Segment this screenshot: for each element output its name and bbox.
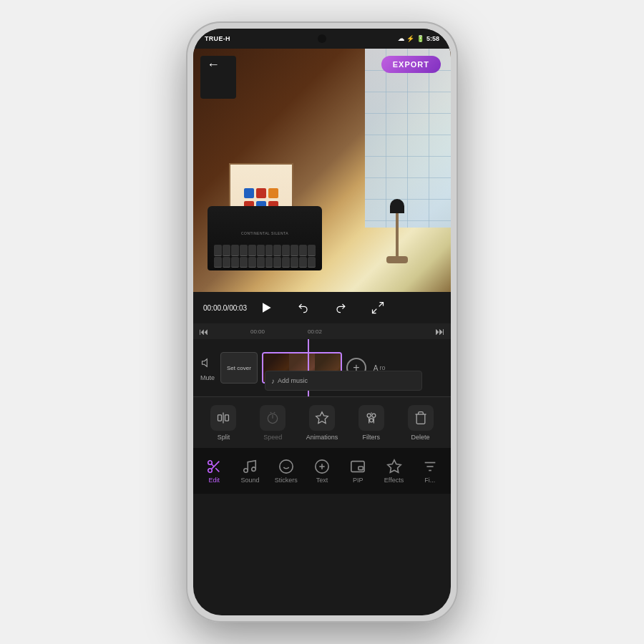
- split-icon-wrap: [210, 405, 236, 431]
- typewriter: CONTINENTAL SILENTA: [208, 206, 322, 270]
- nav-label-sound: Sound: [240, 477, 259, 484]
- filters-tool[interactable]: Filters: [351, 405, 391, 441]
- battery-icon: 🔋: [416, 35, 424, 42]
- pip-icon: [350, 459, 366, 474]
- delete-icon-wrap: [408, 405, 434, 431]
- svg-rect-32: [358, 467, 363, 470]
- animations-icon-wrap: [309, 405, 335, 431]
- timeline-ruler: ⏮ 00:00 00:02 ⏭: [193, 323, 451, 339]
- svg-marker-11: [316, 411, 328, 423]
- svg-point-23: [244, 468, 248, 472]
- svg-marker-3: [203, 359, 208, 367]
- bottom-nav: Edit Sound Stickers: [193, 448, 451, 494]
- mute-label: Mute: [200, 374, 215, 381]
- nav-label-filters2: Fi...: [424, 477, 435, 484]
- filters-icon-wrap: [358, 405, 384, 431]
- nav-label-edit: Edit: [208, 477, 220, 484]
- nav-item-sound[interactable]: Sound: [232, 459, 268, 484]
- play-button[interactable]: [256, 298, 276, 318]
- sticker-icon: [278, 459, 294, 474]
- lamp-stem: [396, 213, 399, 256]
- phone-device: TRUE-H ☁ ⚡ 🔋 5:58: [186, 21, 458, 623]
- nav-item-stickers[interactable]: Stickers: [268, 459, 304, 484]
- nav-label-text: Text: [316, 477, 328, 484]
- effects-icon: [386, 459, 402, 474]
- redo-button[interactable]: [331, 298, 351, 318]
- lamp-base: [386, 256, 408, 263]
- toolbar: Split Speed: [193, 396, 451, 448]
- ruler-marker-0: 00:00: [250, 328, 265, 335]
- nav-label-stickers: Stickers: [275, 477, 298, 484]
- mute-track: Mute: [199, 354, 216, 381]
- animations-tool[interactable]: Animations: [302, 405, 342, 441]
- fullscreen-button[interactable]: [368, 298, 388, 318]
- svg-line-21: [215, 468, 219, 472]
- filters2-icon: [422, 459, 438, 474]
- svg-marker-33: [387, 459, 400, 472]
- wifi-icon: ☁: [398, 35, 404, 42]
- speed-icon-wrap: [260, 405, 286, 431]
- status-right: ☁ ⚡ 🔋 5:58: [398, 35, 439, 42]
- scissors-icon: [206, 459, 222, 474]
- nav-item-filters2[interactable]: Fi...: [412, 459, 448, 484]
- carrier-label: TRUE-H: [205, 35, 230, 42]
- back-button[interactable]: ←: [203, 54, 223, 74]
- typewriter-keys: [211, 242, 318, 270]
- nav-item-text[interactable]: Text: [304, 459, 340, 484]
- svg-point-24: [252, 467, 256, 471]
- video-background: CONTINENTAL SILENTA: [193, 49, 451, 292]
- phone-screen: TRUE-H ☁ ⚡ 🔋 5:58: [193, 29, 451, 615]
- bluetooth-icon: ⚡: [406, 35, 414, 42]
- nav-item-pip[interactable]: PIP: [340, 459, 376, 484]
- timeline-tracks: Mute Set cover + A ro ♪ Add music: [193, 339, 451, 396]
- speed-label: Speed: [263, 434, 282, 441]
- controls-bar: 00:00.0/00:03: [193, 292, 451, 323]
- add-music-bar[interactable]: ♪ Add music: [265, 371, 422, 391]
- svg-point-19: [208, 468, 213, 472]
- nav-item-effects[interactable]: Effects: [376, 459, 411, 484]
- split-tool[interactable]: Split: [203, 405, 243, 441]
- animations-label: Animations: [306, 434, 338, 441]
- svg-line-2: [373, 309, 377, 313]
- svg-marker-0: [263, 303, 271, 312]
- status-bar: TRUE-H ☁ ⚡ 🔋 5:58: [193, 29, 451, 49]
- speed-tool[interactable]: Speed: [253, 405, 293, 441]
- split-label: Split: [218, 434, 230, 441]
- nav-label-pip: PIP: [353, 477, 364, 484]
- filters-label: Filters: [363, 434, 381, 441]
- music-note-icon: ♪: [271, 377, 275, 385]
- controls-inner: 00:00.0/00:03: [193, 292, 451, 323]
- svg-point-25: [280, 459, 293, 472]
- time-code: 00:00.0/00:03: [203, 304, 247, 312]
- nav-item-edit[interactable]: Edit: [196, 459, 232, 484]
- skip-to-end-icon[interactable]: ⏭: [435, 326, 445, 337]
- camera-notch: [318, 34, 326, 43]
- text-icon: [314, 459, 330, 474]
- nav-label-effects: Effects: [384, 477, 404, 484]
- svg-line-1: [379, 303, 384, 307]
- svg-point-13: [372, 414, 376, 417]
- delete-label: Delete: [411, 434, 430, 441]
- svg-point-18: [208, 460, 213, 464]
- lamp: [386, 199, 408, 270]
- ruler-marker-2: 00:02: [308, 328, 322, 335]
- delete-tool[interactable]: Delete: [401, 405, 441, 441]
- svg-point-12: [367, 414, 371, 417]
- video-preview: CONTINENTAL SILENTA: [193, 49, 451, 292]
- export-button[interactable]: EXPORT: [381, 56, 441, 73]
- add-music-label: Add music: [278, 377, 308, 384]
- time-display: 5:58: [426, 35, 439, 42]
- svg-line-22: [212, 464, 215, 467]
- svg-rect-6: [225, 414, 229, 420]
- music-icon: [242, 459, 258, 474]
- undo-button[interactable]: [293, 298, 313, 318]
- lamp-head: [390, 199, 404, 213]
- set-cover-button[interactable]: Set cover: [220, 352, 258, 384]
- typewriter-label: CONTINENTAL SILENTA: [241, 231, 288, 235]
- skip-to-start-icon[interactable]: ⏮: [199, 326, 208, 337]
- svg-point-14: [369, 418, 373, 421]
- svg-rect-5: [218, 414, 222, 420]
- mute-icon[interactable]: [199, 354, 216, 371]
- header-bar: ← EXPORT: [193, 49, 451, 80]
